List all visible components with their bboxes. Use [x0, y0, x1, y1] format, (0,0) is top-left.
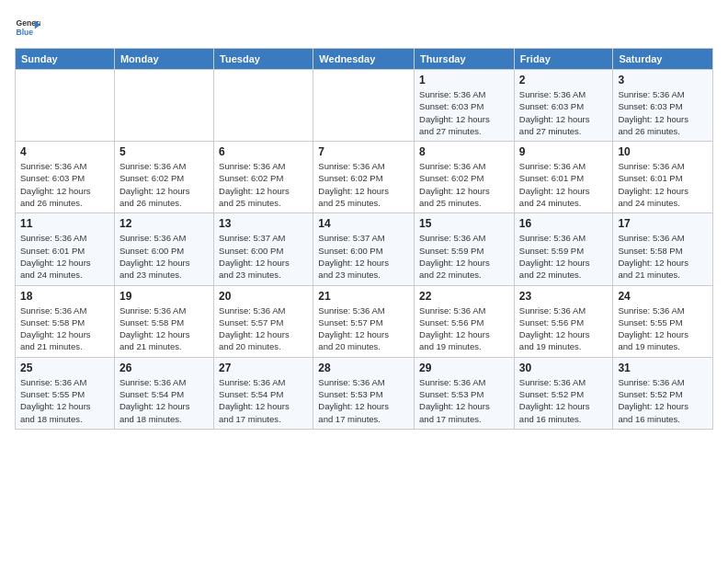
- day-number: 8: [419, 145, 509, 158]
- day-number: 16: [519, 217, 609, 230]
- day-info: Sunrise: 5:36 AM Sunset: 6:02 PM Dayligh…: [419, 160, 509, 209]
- day-info: Sunrise: 5:36 AM Sunset: 6:01 PM Dayligh…: [20, 232, 109, 281]
- calendar-cell: 6Sunrise: 5:36 AM Sunset: 6:02 PM Daylig…: [214, 142, 313, 213]
- day-info: Sunrise: 5:36 AM Sunset: 5:53 PM Dayligh…: [419, 376, 509, 425]
- day-number: 1: [419, 74, 509, 86]
- day-number: 19: [119, 290, 209, 303]
- day-info: Sunrise: 5:36 AM Sunset: 5:59 PM Dayligh…: [519, 232, 609, 281]
- day-info: Sunrise: 5:36 AM Sunset: 5:58 PM Dayligh…: [119, 304, 209, 353]
- calendar-cell: 9Sunrise: 5:36 AM Sunset: 6:01 PM Daylig…: [514, 142, 613, 213]
- calendar-cell: 27Sunrise: 5:36 AM Sunset: 5:54 PM Dayli…: [214, 357, 313, 429]
- calendar-cell: 7Sunrise: 5:36 AM Sunset: 6:02 PM Daylig…: [313, 142, 415, 213]
- day-number: 5: [119, 145, 209, 158]
- calendar-table: SundayMondayTuesdayWednesdayThursdayFrid…: [15, 48, 713, 430]
- day-number: 22: [419, 290, 509, 303]
- col-header-friday: Friday: [514, 49, 613, 70]
- calendar-cell: 8Sunrise: 5:36 AM Sunset: 6:02 PM Daylig…: [415, 142, 515, 213]
- day-info: Sunrise: 5:36 AM Sunset: 6:02 PM Dayligh…: [119, 160, 209, 209]
- calendar-cell: 17Sunrise: 5:36 AM Sunset: 5:58 PM Dayli…: [613, 213, 713, 285]
- day-info: Sunrise: 5:36 AM Sunset: 5:54 PM Dayligh…: [219, 376, 308, 425]
- day-number: 14: [318, 217, 409, 230]
- calendar-cell: 11Sunrise: 5:36 AM Sunset: 6:01 PM Dayli…: [16, 213, 115, 285]
- calendar-cell: [16, 70, 115, 142]
- logo: General Blue: [15, 15, 40, 40]
- day-number: 26: [119, 362, 209, 374]
- calendar-cell: 30Sunrise: 5:36 AM Sunset: 5:52 PM Dayli…: [514, 357, 613, 429]
- calendar-cell: [313, 70, 415, 142]
- day-info: Sunrise: 5:37 AM Sunset: 6:00 PM Dayligh…: [219, 232, 308, 281]
- day-number: 4: [20, 145, 109, 158]
- day-info: Sunrise: 5:36 AM Sunset: 5:58 PM Dayligh…: [618, 232, 708, 281]
- svg-text:Blue: Blue: [17, 28, 34, 37]
- calendar-cell: 5Sunrise: 5:36 AM Sunset: 6:02 PM Daylig…: [114, 142, 213, 213]
- day-number: 6: [219, 145, 308, 158]
- col-header-saturday: Saturday: [613, 49, 713, 70]
- calendar-cell: 29Sunrise: 5:36 AM Sunset: 5:53 PM Dayli…: [415, 357, 515, 429]
- day-number: 23: [519, 290, 609, 303]
- day-info: Sunrise: 5:36 AM Sunset: 5:55 PM Dayligh…: [20, 376, 109, 425]
- day-number: 30: [519, 362, 609, 374]
- col-header-monday: Monday: [114, 49, 213, 70]
- calendar-cell: 2Sunrise: 5:36 AM Sunset: 6:03 PM Daylig…: [514, 70, 613, 142]
- page-header: General Blue: [15, 15, 713, 40]
- day-number: 17: [618, 217, 708, 230]
- logo-icon: General Blue: [15, 15, 40, 40]
- calendar-cell: 19Sunrise: 5:36 AM Sunset: 5:58 PM Dayli…: [114, 285, 213, 357]
- day-info: Sunrise: 5:36 AM Sunset: 6:01 PM Dayligh…: [618, 160, 708, 209]
- day-info: Sunrise: 5:36 AM Sunset: 5:58 PM Dayligh…: [20, 304, 109, 353]
- calendar-cell: 23Sunrise: 5:36 AM Sunset: 5:56 PM Dayli…: [514, 285, 613, 357]
- day-number: 18: [20, 290, 109, 303]
- day-number: 10: [618, 145, 708, 158]
- calendar-cell: [214, 70, 313, 142]
- day-number: 29: [419, 362, 509, 374]
- calendar-cell: 1Sunrise: 5:36 AM Sunset: 6:03 PM Daylig…: [415, 70, 515, 142]
- calendar-cell: 16Sunrise: 5:36 AM Sunset: 5:59 PM Dayli…: [514, 213, 613, 285]
- day-number: 25: [20, 362, 109, 374]
- day-info: Sunrise: 5:36 AM Sunset: 5:52 PM Dayligh…: [519, 376, 609, 425]
- day-info: Sunrise: 5:36 AM Sunset: 5:54 PM Dayligh…: [119, 376, 209, 425]
- day-number: 28: [318, 362, 409, 374]
- day-number: 13: [219, 217, 308, 230]
- day-info: Sunrise: 5:36 AM Sunset: 6:03 PM Dayligh…: [519, 88, 609, 137]
- day-number: 3: [618, 74, 708, 86]
- day-info: Sunrise: 5:36 AM Sunset: 6:03 PM Dayligh…: [419, 88, 509, 137]
- day-number: 2: [519, 74, 609, 86]
- day-info: Sunrise: 5:36 AM Sunset: 5:56 PM Dayligh…: [519, 304, 609, 353]
- calendar-cell: 4Sunrise: 5:36 AM Sunset: 6:03 PM Daylig…: [16, 142, 115, 213]
- calendar-cell: 10Sunrise: 5:36 AM Sunset: 6:01 PM Dayli…: [613, 142, 713, 213]
- day-number: 9: [519, 145, 609, 158]
- calendar-cell: 25Sunrise: 5:36 AM Sunset: 5:55 PM Dayli…: [16, 357, 115, 429]
- day-number: 21: [318, 290, 409, 303]
- day-info: Sunrise: 5:36 AM Sunset: 5:57 PM Dayligh…: [219, 304, 308, 353]
- day-info: Sunrise: 5:36 AM Sunset: 6:01 PM Dayligh…: [519, 160, 609, 209]
- day-number: 27: [219, 362, 308, 374]
- day-info: Sunrise: 5:36 AM Sunset: 5:53 PM Dayligh…: [318, 376, 409, 425]
- day-info: Sunrise: 5:37 AM Sunset: 6:00 PM Dayligh…: [318, 232, 409, 281]
- day-info: Sunrise: 5:36 AM Sunset: 5:52 PM Dayligh…: [618, 376, 708, 425]
- day-info: Sunrise: 5:36 AM Sunset: 6:02 PM Dayligh…: [219, 160, 308, 209]
- day-info: Sunrise: 5:36 AM Sunset: 6:00 PM Dayligh…: [119, 232, 209, 281]
- day-info: Sunrise: 5:36 AM Sunset: 6:03 PM Dayligh…: [20, 160, 109, 209]
- day-info: Sunrise: 5:36 AM Sunset: 5:59 PM Dayligh…: [419, 232, 509, 281]
- day-number: 11: [20, 217, 109, 230]
- col-header-sunday: Sunday: [16, 49, 115, 70]
- day-number: 20: [219, 290, 308, 303]
- calendar-cell: [114, 70, 213, 142]
- calendar-cell: 18Sunrise: 5:36 AM Sunset: 5:58 PM Dayli…: [16, 285, 115, 357]
- calendar-cell: 24Sunrise: 5:36 AM Sunset: 5:55 PM Dayli…: [613, 285, 713, 357]
- day-info: Sunrise: 5:36 AM Sunset: 6:03 PM Dayligh…: [618, 88, 708, 137]
- calendar-cell: 3Sunrise: 5:36 AM Sunset: 6:03 PM Daylig…: [613, 70, 713, 142]
- day-info: Sunrise: 5:36 AM Sunset: 6:02 PM Dayligh…: [318, 160, 409, 209]
- day-number: 15: [419, 217, 509, 230]
- day-info: Sunrise: 5:36 AM Sunset: 5:56 PM Dayligh…: [419, 304, 509, 353]
- calendar-cell: 22Sunrise: 5:36 AM Sunset: 5:56 PM Dayli…: [415, 285, 515, 357]
- day-number: 31: [618, 362, 708, 374]
- calendar-cell: 14Sunrise: 5:37 AM Sunset: 6:00 PM Dayli…: [313, 213, 415, 285]
- calendar-cell: 15Sunrise: 5:36 AM Sunset: 5:59 PM Dayli…: [415, 213, 515, 285]
- col-header-tuesday: Tuesday: [214, 49, 313, 70]
- day-info: Sunrise: 5:36 AM Sunset: 5:55 PM Dayligh…: [618, 304, 708, 353]
- day-number: 7: [318, 145, 409, 158]
- col-header-wednesday: Wednesday: [313, 49, 415, 70]
- calendar-cell: 13Sunrise: 5:37 AM Sunset: 6:00 PM Dayli…: [214, 213, 313, 285]
- day-number: 12: [119, 217, 209, 230]
